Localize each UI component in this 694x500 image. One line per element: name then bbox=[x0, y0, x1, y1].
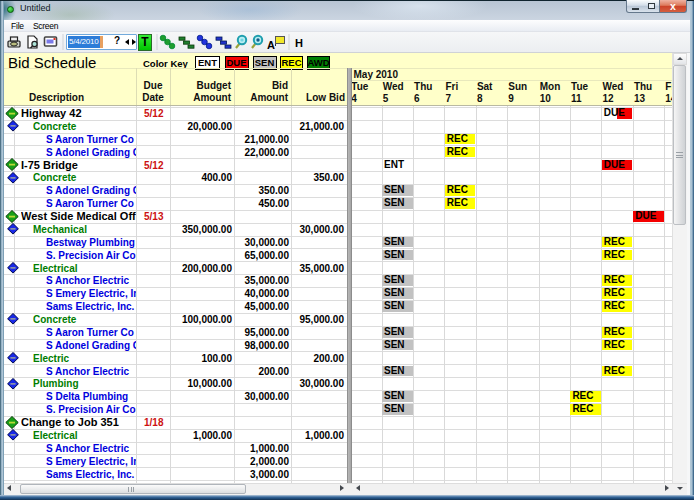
svg-text:A: A bbox=[267, 39, 275, 51]
svg-text:H: H bbox=[295, 37, 303, 49]
